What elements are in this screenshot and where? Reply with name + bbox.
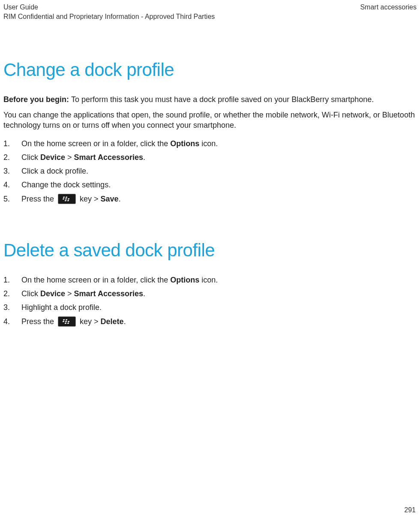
step-bold: Device — [40, 153, 65, 162]
step-1: 1. On the home screen or in a folder, cl… — [3, 275, 417, 285]
steps-delete: 1. On the home screen or in a folder, cl… — [3, 275, 417, 327]
steps-change: 1. On the home screen or in a folder, cl… — [3, 138, 417, 204]
step-bold: Options — [170, 139, 199, 148]
step-text: key > — [80, 317, 101, 326]
step-bold: Smart Accessories — [74, 153, 143, 162]
step-num: 1. — [3, 275, 15, 285]
step-bold: Smart Accessories — [74, 289, 143, 298]
step-4: 4. Change the dock settings. — [3, 180, 417, 190]
before-text: To perform this task you must have a doc… — [71, 95, 374, 104]
step-2: 2. Click Device > Smart Accessories. — [3, 289, 417, 299]
step-text: . — [119, 195, 121, 203]
step-text: > — [65, 289, 74, 298]
step-text: icon. — [199, 276, 218, 284]
step-num: 3. — [3, 166, 15, 176]
step-num: 5. — [3, 194, 15, 204]
step-text: . — [143, 289, 145, 298]
step-bold: Delete — [101, 317, 124, 326]
step-text: Click a dock profile. — [21, 167, 88, 175]
step-text: Press the — [21, 317, 56, 326]
step-text: On the home screen or in a folder, click… — [21, 139, 170, 148]
page-number: 291 — [404, 505, 416, 515]
step-bold: Save — [101, 195, 119, 203]
header-left-line2: RIM Confidential and Proprietary Informa… — [3, 12, 215, 21]
step-num: 2. — [3, 152, 15, 162]
step-num: 1. — [3, 138, 15, 149]
step-bold: Options — [170, 276, 199, 284]
step-text: Highlight a dock profile. — [21, 303, 102, 312]
section-title-change: Change a dock profile — [3, 58, 417, 82]
before-you-begin: Before you begin: To perform this task y… — [3, 94, 417, 105]
step-text: > — [65, 153, 74, 162]
step-text: On the home screen or in a folder, click… — [21, 276, 170, 284]
header-left-line1: User Guide — [3, 3, 215, 12]
step-num: 2. — [3, 289, 15, 299]
step-4: 4. Press the — [3, 316, 417, 327]
step-text: Change the dock settings. — [21, 180, 111, 189]
blackberry-key-icon — [58, 316, 76, 327]
step-text: icon. — [199, 139, 218, 148]
blackberry-key-icon — [58, 194, 76, 204]
step-num: 4. — [3, 180, 15, 190]
intro-paragraph: You can change the applications that ope… — [3, 110, 417, 131]
section-title-delete: Delete a saved dock profile — [3, 238, 417, 263]
step-text: Click — [21, 289, 40, 298]
step-text: key > — [80, 195, 101, 203]
step-3: 3. Click a dock profile. — [3, 166, 417, 176]
step-num: 3. — [3, 302, 15, 313]
step-text: Press the — [21, 195, 56, 203]
step-text: Click — [21, 153, 40, 162]
step-bold: Device — [40, 289, 65, 298]
step-num: 4. — [3, 316, 15, 327]
step-text: . — [143, 153, 145, 162]
header-right: Smart accessories — [360, 3, 417, 21]
step-1: 1. On the home screen or in a folder, cl… — [3, 138, 417, 149]
step-2: 2. Click Device > Smart Accessories. — [3, 152, 417, 162]
step-text: . — [124, 317, 126, 326]
before-label: Before you begin: — [3, 95, 71, 104]
step-3: 3. Highlight a dock profile. — [3, 302, 417, 313]
step-5: 5. Press the key > Save. — [3, 194, 417, 204]
